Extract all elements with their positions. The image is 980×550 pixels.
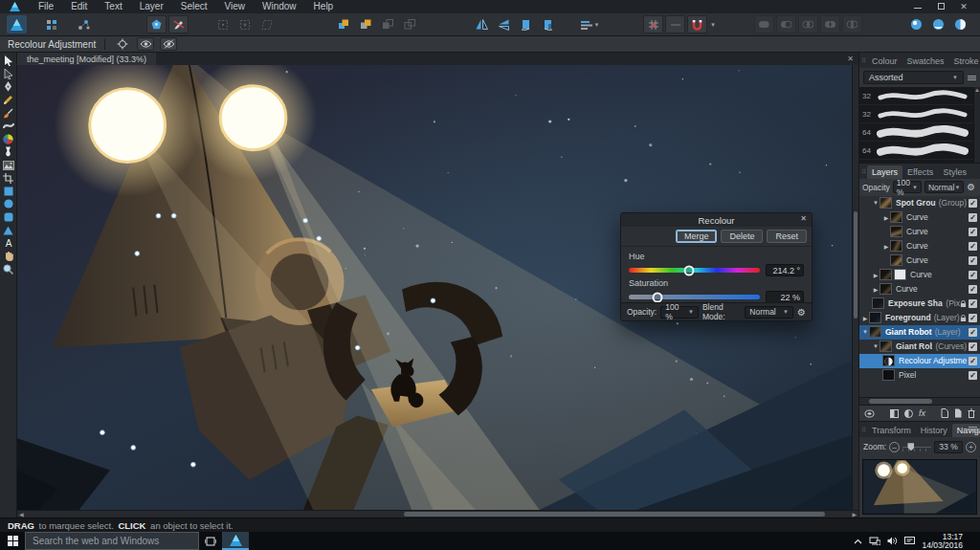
collapse-icon[interactable]: ▶ xyxy=(861,315,869,321)
brush-category-dropdown[interactable]: Assorted ▼ xyxy=(863,71,964,84)
layer-visibility-checkbox[interactable]: ✓ xyxy=(969,371,977,380)
navigator-preview[interactable] xyxy=(862,459,977,515)
layer-visibility-checkbox[interactable]: ✓ xyxy=(969,228,977,236)
pixel-persona-icon[interactable] xyxy=(41,15,61,33)
panel-grip-icon[interactable]: ⠿ xyxy=(861,427,866,434)
blend-mode-dropdown[interactable]: Normal▼ xyxy=(745,306,793,319)
insert-inside-icon[interactable] xyxy=(906,15,926,33)
boolean-xor-icon[interactable] xyxy=(820,15,840,33)
edit-mode-icon[interactable] xyxy=(168,15,189,33)
reset-button[interactable]: Reset xyxy=(767,230,807,243)
triangle-tool-icon[interactable] xyxy=(0,224,17,237)
shear-box-icon[interactable] xyxy=(256,15,277,33)
rounded-rectangle-tool-icon[interactable] xyxy=(0,210,17,224)
brush-list-scrollbar[interactable]: ▲ xyxy=(973,87,980,163)
scroll-left-icon[interactable]: ◀ xyxy=(19,511,24,518)
collapse-icon[interactable]: ▶ xyxy=(872,286,880,293)
preview-split-eye-icon[interactable] xyxy=(160,37,177,51)
layer-thumbnail[interactable] xyxy=(890,226,902,237)
maximize-icon[interactable] xyxy=(936,2,946,11)
affinity-taskbar-button[interactable] xyxy=(222,532,249,550)
taskbar-clock[interactable]: 13:17 14/03/2016 xyxy=(922,533,966,550)
opacity-dropdown[interactable]: 100 %▼ xyxy=(660,306,699,319)
new-layer-icon[interactable] xyxy=(941,408,948,418)
layer-thumbnail[interactable] xyxy=(890,240,902,252)
layer-row[interactable]: ▶Foreground(Layer)✓ xyxy=(859,311,980,325)
brush-item[interactable]: 64 xyxy=(859,123,980,142)
alignment-icon[interactable]: ▼ xyxy=(580,15,600,33)
node-tool-icon[interactable] xyxy=(0,68,17,81)
boolean-add-icon[interactable] xyxy=(754,15,774,33)
network-icon[interactable] xyxy=(869,537,880,545)
expand-icon[interactable]: ▼ xyxy=(872,343,880,349)
close-icon[interactable]: ✕ xyxy=(959,2,969,11)
layer-effects-icon[interactable]: fx xyxy=(919,408,925,418)
layer-visibility-checkbox[interactable]: ✓ xyxy=(969,199,977,208)
layer-visibility-checkbox[interactable]: ✓ xyxy=(969,271,977,279)
horizontal-scrollbar-thumb[interactable] xyxy=(404,512,825,517)
new-pixel-layer-icon[interactable] xyxy=(954,408,962,418)
crop-tool-icon[interactable] xyxy=(0,171,17,185)
zoom-tool-icon[interactable] xyxy=(0,263,17,276)
snap-candidate-icon[interactable] xyxy=(665,15,685,33)
layer-row[interactable]: Curve✓ xyxy=(859,225,980,239)
zoom-slider[interactable] xyxy=(902,442,931,451)
layer-thumbnail[interactable] xyxy=(869,326,881,338)
horizontal-scrollbar[interactable]: ◀ ▶ xyxy=(17,510,858,517)
zoom-in-icon[interactable]: + xyxy=(966,442,976,452)
layer-row[interactable]: ▶Curve✓ xyxy=(859,210,980,225)
delete-button[interactable]: Delete xyxy=(721,230,763,243)
menu-file[interactable]: File xyxy=(30,0,62,13)
vertical-scrollbar[interactable] xyxy=(852,65,858,510)
layer-row[interactable]: Exposure Shadow(Pix✓ xyxy=(859,297,980,311)
panel-grip-icon[interactable]: ⠿ xyxy=(861,168,866,176)
layer-visibility-checkbox[interactable]: ✓ xyxy=(969,342,977,351)
layer-visibility-checkbox[interactable]: ✓ xyxy=(969,299,977,308)
layers-blend-dropdown[interactable]: Normal▼ xyxy=(924,181,964,193)
layer-visibility-checkbox[interactable]: ✓ xyxy=(969,256,977,265)
layer-row[interactable]: ▶Curve✓ xyxy=(859,282,980,297)
menu-text[interactable]: Text xyxy=(96,0,130,13)
canvas-viewport[interactable]: Recolour ✕ Merge Delete Reset Hue 214.2 … xyxy=(17,65,858,510)
layer-thumbnail[interactable] xyxy=(890,254,902,266)
pencil-tool-icon[interactable] xyxy=(0,94,17,107)
mask-layer-icon[interactable] xyxy=(890,409,899,418)
menu-view[interactable]: View xyxy=(216,0,255,13)
layer-row[interactable]: Curve✓ xyxy=(859,253,980,268)
expand-icon[interactable]: ▼ xyxy=(872,200,880,206)
boolean-subtract-icon[interactable] xyxy=(776,15,796,33)
hue-slider[interactable] xyxy=(629,268,760,273)
layers-hscrollbar-thumb[interactable] xyxy=(869,399,932,404)
layer-thumbnail[interactable] xyxy=(880,197,892,209)
preview-eye-icon[interactable] xyxy=(137,37,154,51)
menu-edit[interactable]: Edit xyxy=(62,0,96,13)
menu-window[interactable]: Window xyxy=(254,0,305,13)
hue-slider-handle[interactable] xyxy=(684,265,695,275)
menu-help[interactable]: Help xyxy=(305,0,343,13)
layer-thumbnail[interactable] xyxy=(880,269,892,280)
insert-on-top-icon[interactable] xyxy=(928,15,948,33)
panel-grip-icon[interactable]: ⠿ xyxy=(861,57,866,65)
layer-row[interactable]: ▼Spot Group(Group)✓ xyxy=(859,196,980,210)
layer-row[interactable]: ▶Curve✓ xyxy=(859,239,980,253)
brush-item[interactable]: 64 xyxy=(859,142,980,160)
fill-tool-icon[interactable] xyxy=(0,145,17,159)
panel-menu-icon[interactable] xyxy=(968,75,976,81)
place-image-tool-icon[interactable] xyxy=(0,159,17,172)
transform-origin-icon[interactable] xyxy=(212,15,233,33)
insert-shape-icon[interactable] xyxy=(146,15,167,33)
hue-value[interactable]: 214.2 ° xyxy=(766,264,804,276)
minimize-icon[interactable] xyxy=(913,2,923,11)
snapping-caret-icon[interactable]: ▼ xyxy=(710,22,716,28)
layer-visibility-checkbox[interactable]: ✓ xyxy=(969,328,977,337)
adjustment-layer-icon[interactable] xyxy=(904,409,913,418)
layer-thumbnail[interactable] xyxy=(882,369,895,381)
gear-icon[interactable]: ⚙ xyxy=(797,307,806,318)
layer-thumbnail[interactable] xyxy=(872,297,884,309)
rotate-ccw-icon[interactable] xyxy=(516,15,536,33)
tab-transform[interactable]: Transform xyxy=(867,424,916,437)
move-to-back-icon[interactable] xyxy=(399,15,419,33)
layer-thumbnail[interactable] xyxy=(880,283,892,295)
layer-thumbnail[interactable] xyxy=(890,211,902,223)
layer-visibility-checkbox[interactable]: ✓ xyxy=(969,357,977,365)
